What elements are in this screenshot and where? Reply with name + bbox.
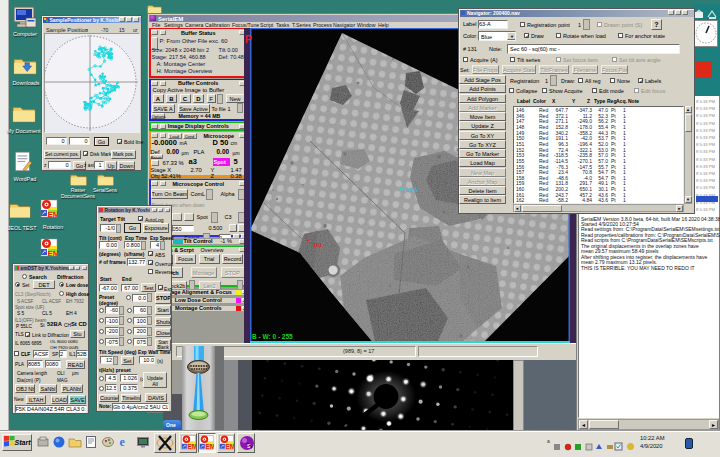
svg-text:EM: EM xyxy=(205,443,214,450)
svg-text:161: 161 xyxy=(313,242,322,248)
svg-text:63-A: 63-A xyxy=(405,187,418,193)
svg-text:EM: EM xyxy=(187,443,196,450)
svg-text:s: s xyxy=(247,442,251,449)
svg-text:e: e xyxy=(120,435,126,449)
svg-text:EM: EM xyxy=(48,210,59,219)
svg-text:+: + xyxy=(306,237,310,244)
svg-text:B - W: 0 - 255: B - W: 0 - 255 xyxy=(252,333,293,340)
svg-text:EM: EM xyxy=(225,443,234,450)
svg-text:EM: EM xyxy=(48,249,59,258)
svg-text:P: P xyxy=(245,34,252,45)
